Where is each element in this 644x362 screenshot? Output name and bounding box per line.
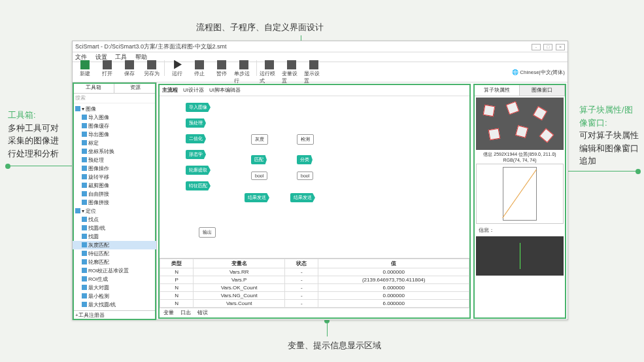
flow-node[interactable]: 输出: [199, 227, 216, 238]
app-window: SciSmart - D:/SciSmart3.0方案/主界面流程图-中文版2.…: [72, 41, 568, 320]
flow-node[interactable]: 结果发送: [245, 193, 269, 202]
table-row[interactable]: NVars.RR-0.000000: [160, 268, 469, 276]
flowchart-canvas[interactable]: 导入图像 预处理 二值化 形态学 轮廓提取 特征匹配 灰度 检测 匹配 分类 b…: [160, 96, 469, 258]
flow-node[interactable]: bool: [297, 172, 313, 180]
tree-item[interactable]: 最大找圆/线: [73, 300, 156, 309]
open-icon: [103, 60, 112, 69]
tree-item[interactable]: 特征匹配: [73, 249, 156, 258]
menu-help[interactable]: 帮助: [135, 54, 147, 60]
maximize-button[interactable]: □: [543, 44, 552, 50]
chip-marker: [506, 101, 520, 115]
tool-icon: [82, 234, 87, 239]
flow-node[interactable]: 检测: [297, 134, 314, 145]
col-value[interactable]: 值: [318, 259, 469, 268]
table-row[interactable]: NVars.NG_Count-0.000000: [160, 292, 469, 300]
col-state[interactable]: 状态: [285, 259, 318, 268]
tree-item[interactable]: 最大对圆: [73, 283, 156, 292]
tree-item[interactable]: 裁剪图像: [73, 181, 156, 190]
tb-run[interactable]: 运行: [167, 60, 187, 84]
tb-saveas[interactable]: 另存为: [142, 60, 161, 84]
image-preview-3[interactable]: [476, 236, 564, 276]
phone-outline: [503, 167, 537, 221]
menu-settings[interactable]: 设置: [95, 54, 107, 60]
tab-variables[interactable]: 变量: [163, 308, 174, 317]
tree-group[interactable]: ▾ 图像: [73, 105, 156, 113]
flow-node[interactable]: 二值化: [186, 134, 206, 143]
folder-icon: [75, 106, 80, 111]
menu-tools[interactable]: 工具: [115, 54, 127, 60]
tree-item[interactable]: 图像操作: [73, 164, 156, 173]
annot-left-title: 工具箱:: [8, 110, 36, 120]
tree-item[interactable]: 灰度匹配: [73, 241, 156, 249]
flow-node[interactable]: 轮廓提取: [186, 166, 211, 175]
tree-item[interactable]: 图像拼接: [73, 198, 156, 207]
flow-node[interactable]: 导入图像: [186, 103, 211, 112]
tree-item[interactable]: 找圆: [73, 232, 156, 241]
variable-panel: 类型 变量名 状态 值 NVars.RR-0.000000PVars.P-(21…: [160, 258, 469, 317]
tool-icon: [82, 166, 87, 171]
menu-file[interactable]: 文件: [75, 54, 87, 60]
flow-node[interactable]: 形态学: [186, 150, 206, 159]
close-button[interactable]: ×: [556, 44, 565, 50]
tb-disp[interactable]: 显示设置: [304, 60, 324, 84]
col-name[interactable]: 变量名: [194, 259, 285, 268]
tree-item[interactable]: 找圆/线: [73, 224, 156, 232]
tool-icon: [82, 285, 87, 290]
tree-item[interactable]: ROI校正基准设置: [73, 266, 156, 275]
tree-group[interactable]: ▾ 定位: [73, 207, 156, 215]
search-input[interactable]: 搜索: [73, 94, 156, 103]
flow-node[interactable]: 灰度: [251, 134, 268, 145]
table-row[interactable]: PVars.P-(2139.646973,750.411804): [160, 276, 469, 284]
flow-node[interactable]: 结果发送: [290, 193, 315, 202]
tool-icon: [82, 123, 87, 128]
tree-item[interactable]: 预处理: [73, 156, 156, 164]
tb-new[interactable]: 新建: [75, 60, 95, 84]
table-row[interactable]: NVars.Count-6.000000: [160, 300, 469, 308]
tb-mode[interactable]: 运行模式: [260, 60, 279, 84]
tab-errors[interactable]: 错误: [197, 308, 208, 317]
tab-ui-designer[interactable]: UI设计器: [183, 85, 204, 96]
col-type[interactable]: 类型: [160, 259, 194, 268]
center-tabs: 主流程 UI设计器 UI脚本编辑器: [160, 85, 469, 96]
tree-item[interactable]: 导出图像: [73, 130, 156, 139]
tb-var[interactable]: 变量设置: [282, 60, 301, 84]
tree-item[interactable]: 轮廓匹配: [73, 258, 156, 266]
tree-item[interactable]: 图像缓存: [73, 122, 156, 130]
tree-item[interactable]: 自由拼接: [73, 190, 156, 198]
tree-item[interactable]: 最小检测: [73, 292, 156, 300]
tab-resource[interactable]: 资源: [114, 82, 156, 93]
flow-node[interactable]: 分类: [297, 155, 313, 164]
tb-save[interactable]: 保存: [120, 60, 139, 84]
flow-node[interactable]: 特征匹配: [186, 181, 211, 190]
table-row[interactable]: NVars.OK_Count-6.000000: [160, 284, 469, 292]
tb-pause[interactable]: 暂停: [212, 60, 231, 84]
tool-icon: [82, 183, 87, 188]
tree-item[interactable]: ROI生成: [73, 275, 156, 283]
tree-item[interactable]: 导入图像: [73, 113, 156, 122]
tab-main-flow[interactable]: 主流程: [162, 85, 178, 96]
tab-log[interactable]: 日志: [180, 308, 191, 317]
tree-item[interactable]: 坐标系转换: [73, 147, 156, 156]
flow-node[interactable]: 匹配: [251, 155, 267, 164]
image-preview-2[interactable]: [476, 164, 564, 224]
tb-open[interactable]: 打开: [97, 60, 117, 84]
language-selector[interactable]: 🌐 Chinese|中文(简体): [512, 69, 565, 76]
tool-tree[interactable]: ▾ 图像导入图像图像缓存导出图像标定坐标系转换预处理图像操作旋转平移裁剪图像自由…: [73, 103, 156, 310]
tab-block-props[interactable]: 算子块属性: [475, 85, 520, 96]
save-icon: [125, 60, 134, 69]
image-preview-1[interactable]: [476, 98, 564, 150]
tb-stop[interactable]: 停止: [190, 60, 209, 84]
flow-node[interactable]: 预处理: [186, 118, 206, 128]
flow-node[interactable]: bool: [251, 172, 267, 180]
tab-toolbox[interactable]: 工具箱: [73, 82, 114, 93]
tree-item[interactable]: 找点: [73, 215, 156, 224]
tab-script-editor[interactable]: UI脚本编辑器: [209, 85, 241, 96]
minimize-button[interactable]: -: [532, 44, 541, 50]
sidebar-footer[interactable]: +工具注册器: [73, 310, 156, 320]
tree-item[interactable]: 标定: [73, 139, 156, 147]
tb-step[interactable]: 单步运行: [234, 60, 254, 84]
tree-item[interactable]: 旋转平移: [73, 173, 156, 181]
tab-image-window[interactable]: 图像窗口: [520, 85, 565, 96]
tree-item[interactable]: 边缘提取: [73, 309, 156, 310]
chip-marker: [483, 105, 496, 117]
